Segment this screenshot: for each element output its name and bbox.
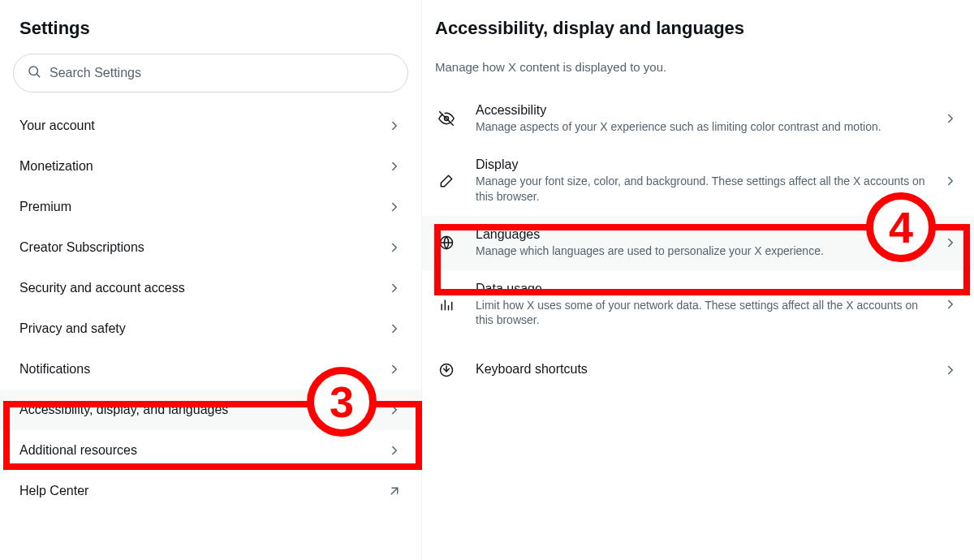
setting-text: AccessibilityManage aspects of your X ex… <box>476 103 925 135</box>
settings-nav-list: Your accountMonetizationPremiumCreator S… <box>0 101 421 511</box>
chevron-right-icon <box>387 118 402 133</box>
sidebar-item-your-account[interactable]: Your account <box>0 106 421 146</box>
keyboard-icon <box>435 362 458 378</box>
search-icon <box>27 64 41 82</box>
chevron-right-icon <box>943 174 958 188</box>
setting-row-accessibility[interactable]: AccessibilityManage aspects of your X ex… <box>422 92 974 146</box>
sidebar-item-help-center[interactable]: Help Center <box>0 471 421 511</box>
sidebar-item-label: Your account <box>19 118 95 133</box>
chevron-right-icon <box>943 363 958 377</box>
sidebar-item-creator-subscriptions[interactable]: Creator Subscriptions <box>0 227 421 268</box>
setting-item-title: Data usage <box>476 282 925 296</box>
setting-item-description: Manage aspects of your X experience such… <box>476 119 925 135</box>
chevron-right-icon <box>387 362 402 377</box>
svg-line-2 <box>391 488 398 494</box>
sidebar-item-label: Security and account access <box>19 281 185 295</box>
sidebar-item-label: Creator Subscriptions <box>19 240 144 255</box>
sidebar-item-label: Accessibility, display, and languages <box>19 403 228 417</box>
setting-text: LanguagesManage which languages are used… <box>476 227 925 259</box>
globe-icon <box>435 235 458 251</box>
settings-panel: Accessibility, display and languages Man… <box>422 0 974 560</box>
sidebar-item-label: Help Center <box>19 484 88 498</box>
setting-item-title: Languages <box>476 227 925 242</box>
setting-item-title: Accessibility <box>476 103 925 118</box>
external-link-icon <box>387 484 402 498</box>
setting-text: Keyboard shortcuts <box>476 362 925 378</box>
panel-title: Accessibility, display and languages <box>422 11 974 52</box>
chevron-right-icon <box>387 240 402 255</box>
brush-icon <box>435 173 458 189</box>
chevron-right-icon <box>387 281 402 295</box>
setting-item-title: Keyboard shortcuts <box>476 362 925 377</box>
sidebar-item-additional-resources[interactable]: Additional resources <box>0 430 421 471</box>
page-title: Settings <box>0 11 421 54</box>
svg-line-3 <box>440 112 454 126</box>
setting-item-description: Manage your font size, color, and backgr… <box>476 174 925 205</box>
setting-text: Data usageLimit how X uses some of your … <box>476 282 925 329</box>
setting-item-title: Display <box>476 157 925 172</box>
sidebar-item-label: Monetization <box>19 159 93 174</box>
chevron-right-icon <box>387 321 402 336</box>
sidebar-item-label: Premium <box>19 200 71 214</box>
chevron-right-icon <box>387 443 402 458</box>
bars-icon <box>435 296 458 312</box>
chevron-right-icon <box>387 159 402 174</box>
sidebar-item-accessibility-display-and-languages[interactable]: Accessibility, display, and languages <box>0 390 421 430</box>
eye-off-icon <box>435 110 458 127</box>
sidebar-item-premium[interactable]: Premium <box>0 187 421 227</box>
chevron-right-icon <box>943 235 958 250</box>
sidebar-item-security-and-account-access[interactable]: Security and account access <box>0 268 421 308</box>
setting-item-description: Manage which languages are used to perso… <box>476 243 925 259</box>
search-container <box>0 54 421 101</box>
settings-sidebar: Settings Your accountMonetizationPremium… <box>0 0 422 560</box>
setting-row-languages[interactable]: LanguagesManage which languages are used… <box>422 216 974 270</box>
sidebar-item-notifications[interactable]: Notifications <box>0 349 421 390</box>
sidebar-item-label: Additional resources <box>19 443 137 458</box>
setting-text: DisplayManage your font size, color, and… <box>476 157 925 205</box>
chevron-right-icon <box>943 297 958 312</box>
svg-point-0 <box>29 67 38 75</box>
svg-line-1 <box>37 74 39 76</box>
panel-list: AccessibilityManage aspects of your X ex… <box>422 92 974 390</box>
chevron-right-icon <box>387 403 402 417</box>
sidebar-item-privacy-and-safety[interactable]: Privacy and safety <box>0 308 421 349</box>
sidebar-item-label: Notifications <box>19 362 90 377</box>
setting-row-display[interactable]: DisplayManage your font size, color, and… <box>422 146 974 216</box>
search-field[interactable] <box>13 54 408 93</box>
sidebar-item-monetization[interactable]: Monetization <box>0 146 421 187</box>
search-input[interactable] <box>50 66 394 80</box>
setting-item-description: Limit how X uses some of your network da… <box>476 298 925 329</box>
setting-row-keyboard-shortcuts[interactable]: Keyboard shortcuts <box>422 351 974 390</box>
panel-description: Manage how X content is displayed to you… <box>422 52 974 92</box>
sidebar-item-label: Privacy and safety <box>19 321 126 336</box>
chevron-right-icon <box>943 111 958 126</box>
chevron-right-icon <box>387 200 402 214</box>
setting-row-data-usage[interactable]: Data usageLimit how X uses some of your … <box>422 270 974 340</box>
